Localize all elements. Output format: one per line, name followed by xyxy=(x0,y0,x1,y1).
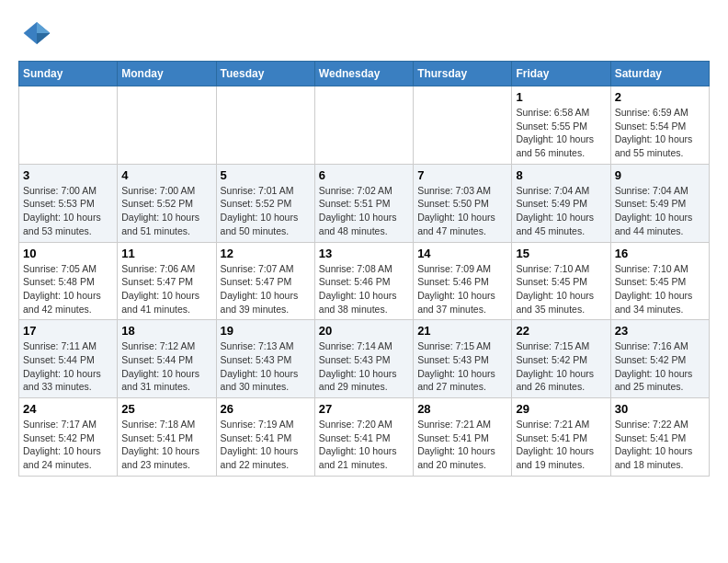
calendar-week-row: 10Sunrise: 7:05 AM Sunset: 5:48 PM Dayli… xyxy=(19,242,710,320)
day-info: Sunrise: 7:04 AM Sunset: 5:49 PM Dayligh… xyxy=(615,184,705,238)
day-info: Sunrise: 7:07 AM Sunset: 5:47 PM Dayligh… xyxy=(221,262,311,316)
day-info: Sunrise: 6:58 AM Sunset: 5:55 PM Dayligh… xyxy=(516,106,606,160)
day-number: 9 xyxy=(615,168,705,182)
day-number: 22 xyxy=(516,324,606,338)
day-info: Sunrise: 7:02 AM Sunset: 5:51 PM Dayligh… xyxy=(319,184,409,238)
calendar-header: SundayMondayTuesdayWednesdayThursdayFrid… xyxy=(19,62,710,86)
day-info: Sunrise: 7:10 AM Sunset: 5:45 PM Dayligh… xyxy=(516,262,606,316)
day-number: 4 xyxy=(121,168,211,182)
day-info: Sunrise: 7:17 AM Sunset: 5:42 PM Dayligh… xyxy=(23,418,113,472)
day-number: 29 xyxy=(516,402,606,416)
day-info: Sunrise: 7:20 AM Sunset: 5:41 PM Dayligh… xyxy=(319,418,409,472)
weekday-header-cell: Thursday xyxy=(414,62,512,86)
day-number: 2 xyxy=(615,90,705,104)
day-number: 24 xyxy=(23,402,113,416)
calendar-table: SundayMondayTuesdayWednesdayThursdayFrid… xyxy=(18,61,710,477)
day-info: Sunrise: 7:18 AM Sunset: 5:41 PM Dayligh… xyxy=(121,418,211,472)
calendar-day-cell: 18Sunrise: 7:12 AM Sunset: 5:44 PM Dayli… xyxy=(118,320,216,398)
calendar-day-cell: 29Sunrise: 7:21 AM Sunset: 5:41 PM Dayli… xyxy=(512,398,610,477)
day-info: Sunrise: 7:15 AM Sunset: 5:42 PM Dayligh… xyxy=(516,339,606,394)
weekday-header-cell: Tuesday xyxy=(216,62,314,86)
calendar-day-cell: 16Sunrise: 7:10 AM Sunset: 5:45 PM Dayli… xyxy=(610,242,709,320)
day-info: Sunrise: 7:16 AM Sunset: 5:42 PM Dayligh… xyxy=(615,339,705,394)
day-info: Sunrise: 7:21 AM Sunset: 5:41 PM Dayligh… xyxy=(516,418,606,472)
day-number: 30 xyxy=(615,402,705,416)
calendar-day-cell xyxy=(414,86,512,165)
day-number: 28 xyxy=(417,402,507,416)
calendar-day-cell: 22Sunrise: 7:15 AM Sunset: 5:42 PM Dayli… xyxy=(512,320,610,398)
day-number: 11 xyxy=(121,247,211,260)
day-number: 26 xyxy=(221,402,311,416)
day-info: Sunrise: 7:00 AM Sunset: 5:53 PM Dayligh… xyxy=(23,184,113,238)
weekday-header-cell: Friday xyxy=(512,62,610,86)
calendar-day-cell: 7Sunrise: 7:03 AM Sunset: 5:50 PM Daylig… xyxy=(414,164,512,242)
day-number: 21 xyxy=(417,324,507,338)
day-number: 5 xyxy=(221,168,311,182)
calendar-day-cell: 30Sunrise: 7:22 AM Sunset: 5:41 PM Dayli… xyxy=(610,398,709,477)
day-number: 6 xyxy=(319,168,409,182)
day-info: Sunrise: 7:09 AM Sunset: 5:46 PM Dayligh… xyxy=(417,262,507,316)
calendar-week-row: 1Sunrise: 6:58 AM Sunset: 5:55 PM Daylig… xyxy=(19,86,710,165)
weekday-header-cell: Monday xyxy=(118,62,216,86)
day-number: 8 xyxy=(516,168,606,182)
day-number: 16 xyxy=(615,247,705,260)
calendar-day-cell: 26Sunrise: 7:19 AM Sunset: 5:41 PM Dayli… xyxy=(216,398,314,477)
day-number: 3 xyxy=(23,168,113,182)
calendar-day-cell: 1Sunrise: 6:58 AM Sunset: 5:55 PM Daylig… xyxy=(512,86,610,165)
calendar-day-cell: 5Sunrise: 7:01 AM Sunset: 5:52 PM Daylig… xyxy=(216,164,314,242)
calendar-day-cell: 21Sunrise: 7:15 AM Sunset: 5:43 PM Dayli… xyxy=(414,320,512,398)
calendar-day-cell: 17Sunrise: 7:11 AM Sunset: 5:44 PM Dayli… xyxy=(19,320,118,398)
calendar-day-cell: 24Sunrise: 7:17 AM Sunset: 5:42 PM Dayli… xyxy=(19,398,118,477)
svg-marker-1 xyxy=(37,22,50,33)
day-info: Sunrise: 7:11 AM Sunset: 5:44 PM Dayligh… xyxy=(23,339,113,394)
page-header xyxy=(18,18,710,52)
day-number: 19 xyxy=(221,324,311,338)
day-number: 27 xyxy=(319,402,409,416)
logo-icon xyxy=(22,18,51,48)
calendar-day-cell xyxy=(19,86,118,165)
weekday-header-cell: Wednesday xyxy=(314,62,413,86)
day-number: 18 xyxy=(121,324,211,338)
day-info: Sunrise: 7:21 AM Sunset: 5:41 PM Dayligh… xyxy=(417,418,507,472)
calendar-day-cell xyxy=(314,86,413,165)
day-info: Sunrise: 7:06 AM Sunset: 5:47 PM Dayligh… xyxy=(121,262,211,316)
calendar-week-row: 3Sunrise: 7:00 AM Sunset: 5:53 PM Daylig… xyxy=(19,164,710,242)
calendar-day-cell: 14Sunrise: 7:09 AM Sunset: 5:46 PM Dayli… xyxy=(414,242,512,320)
calendar-day-cell: 2Sunrise: 6:59 AM Sunset: 5:54 PM Daylig… xyxy=(610,86,709,165)
calendar-day-cell xyxy=(216,86,314,165)
calendar-day-cell: 12Sunrise: 7:07 AM Sunset: 5:47 PM Dayli… xyxy=(216,242,314,320)
day-info: Sunrise: 7:03 AM Sunset: 5:50 PM Dayligh… xyxy=(417,184,507,238)
day-number: 20 xyxy=(319,324,409,338)
calendar-body: 1Sunrise: 6:58 AM Sunset: 5:55 PM Daylig… xyxy=(19,86,710,477)
calendar-day-cell: 27Sunrise: 7:20 AM Sunset: 5:41 PM Dayli… xyxy=(314,398,413,477)
weekday-header-row: SundayMondayTuesdayWednesdayThursdayFrid… xyxy=(19,62,710,86)
calendar-day-cell: 3Sunrise: 7:00 AM Sunset: 5:53 PM Daylig… xyxy=(19,164,118,242)
calendar-day-cell: 23Sunrise: 7:16 AM Sunset: 5:42 PM Dayli… xyxy=(610,320,709,398)
day-info: Sunrise: 7:01 AM Sunset: 5:52 PM Dayligh… xyxy=(221,184,311,238)
calendar-day-cell: 13Sunrise: 7:08 AM Sunset: 5:46 PM Dayli… xyxy=(314,242,413,320)
day-info: Sunrise: 7:19 AM Sunset: 5:41 PM Dayligh… xyxy=(221,418,311,472)
svg-marker-2 xyxy=(37,33,50,44)
day-number: 17 xyxy=(23,324,113,338)
day-info: Sunrise: 7:22 AM Sunset: 5:41 PM Dayligh… xyxy=(615,418,705,472)
day-info: Sunrise: 7:00 AM Sunset: 5:52 PM Dayligh… xyxy=(121,184,211,238)
day-number: 23 xyxy=(615,324,705,338)
calendar-day-cell: 10Sunrise: 7:05 AM Sunset: 5:48 PM Dayli… xyxy=(19,242,118,320)
calendar-day-cell: 19Sunrise: 7:13 AM Sunset: 5:43 PM Dayli… xyxy=(216,320,314,398)
weekday-header-cell: Sunday xyxy=(19,62,118,86)
calendar-day-cell: 28Sunrise: 7:21 AM Sunset: 5:41 PM Dayli… xyxy=(414,398,512,477)
day-info: Sunrise: 7:12 AM Sunset: 5:44 PM Dayligh… xyxy=(121,339,211,394)
day-number: 15 xyxy=(516,247,606,260)
day-info: Sunrise: 7:15 AM Sunset: 5:43 PM Dayligh… xyxy=(417,339,507,394)
day-number: 25 xyxy=(121,402,211,416)
day-number: 12 xyxy=(221,247,311,260)
weekday-header-cell: Saturday xyxy=(610,62,709,86)
day-number: 14 xyxy=(417,247,507,260)
day-info: Sunrise: 6:59 AM Sunset: 5:54 PM Dayligh… xyxy=(615,106,705,160)
calendar-day-cell xyxy=(118,86,216,165)
day-info: Sunrise: 7:08 AM Sunset: 5:46 PM Dayligh… xyxy=(319,262,409,316)
day-info: Sunrise: 7:04 AM Sunset: 5:49 PM Dayligh… xyxy=(516,184,606,238)
calendar-day-cell: 25Sunrise: 7:18 AM Sunset: 5:41 PM Dayli… xyxy=(118,398,216,477)
calendar-day-cell: 11Sunrise: 7:06 AM Sunset: 5:47 PM Dayli… xyxy=(118,242,216,320)
calendar-day-cell: 20Sunrise: 7:14 AM Sunset: 5:43 PM Dayli… xyxy=(314,320,413,398)
